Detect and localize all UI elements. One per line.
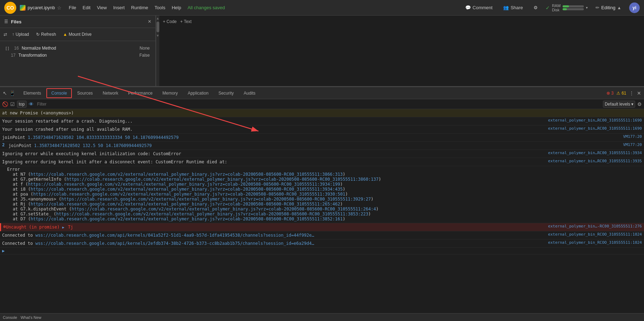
console-row-joinpoint-1: joinPoint 1.3587348471628502 104.8333333…: [0, 134, 644, 142]
scroll-thumb[interactable]: [156, 22, 159, 32]
tab-performance[interactable]: Performance: [124, 89, 157, 98]
upload-icon: ↑: [12, 32, 14, 37]
menu-tools[interactable]: Tools: [155, 5, 165, 10]
source-link-conn1[interactable]: external_polymer_bin_RCOO_310555511:1024: [548, 232, 642, 237]
stack-link-n7[interactable]: https://colab.research.google.com/v2/ext…: [31, 172, 343, 177]
menu-bar: File Edit View Insert Runtime Tools Help…: [69, 5, 225, 10]
stack-link-j5[interactable]: https://colab.research.google.com/v2/ext…: [61, 197, 371, 202]
tab-sources[interactable]: Sources: [73, 89, 97, 98]
stack-link-g7-kernel[interactable]: https://colab.research.google.com/v2/ext…: [67, 177, 378, 182]
menu-edit[interactable]: Edit: [82, 5, 90, 10]
stack-link-g7-dispatch[interactable]: https://colab.research.google.com/v2/ext…: [72, 207, 376, 212]
menu-runtime[interactable]: Runtime: [131, 5, 148, 10]
colab-logo[interactable]: CO: [4, 2, 16, 14]
tab-network[interactable]: Network: [98, 89, 123, 98]
console-row-connected-1: Connected to wss://colab.research.google…: [0, 231, 644, 240]
dropdown-arrow-icon[interactable]: ▾: [586, 6, 588, 10]
user-avatar[interactable]: yi: [629, 2, 640, 13]
chevron-up-icon[interactable]: ▲: [617, 5, 621, 10]
console-row-session-restart: Your session restarted after a crash. Di…: [0, 117, 644, 125]
comment-icon: 💬: [465, 5, 471, 10]
add-code-icon[interactable]: + Code: [163, 19, 177, 24]
devtools-tab-mobile[interactable]: 📱: [9, 90, 15, 96]
source-link[interactable]: external_polymer_bin…RC00_310555511:1690: [548, 118, 642, 123]
menu-file[interactable]: File: [69, 5, 76, 10]
levels-selector[interactable]: Default levels ▾: [603, 101, 635, 108]
notebook-title-area: pycaret.ipynb ☆: [20, 5, 62, 11]
filter-checkbox[interactable]: ☑: [10, 101, 15, 107]
collapse-expand-icon[interactable]: ⇄: [4, 32, 7, 37]
console-row-ignoring-kernel: Ignoring error while executing kernel in…: [0, 150, 644, 158]
notebook-name[interactable]: pycaret.ipynb: [28, 5, 55, 10]
main-notebook-area: + Code + Text: [159, 16, 644, 86]
upload-button[interactable]: ↑ Upload: [10, 31, 31, 38]
source-link-conn2[interactable]: external_polymer_bin_RCOO_310555511:1024: [548, 240, 642, 245]
disk-bar: [563, 8, 584, 10]
console-row-connected-2: Connected to wss://colab.research.google…: [0, 240, 644, 248]
tab-audits[interactable]: Audits: [239, 89, 260, 98]
expand-triangle[interactable]: ▶: [62, 225, 64, 229]
gear-icon: ⚙: [534, 5, 538, 10]
ram-bar: [563, 5, 584, 7]
refresh-button[interactable]: ↻ Refresh: [34, 31, 58, 38]
notebook-content: [ ] 16 Normalize Method None 17 Transfor…: [0, 41, 155, 86]
notebook-scrollbar[interactable]: ▲ ▼: [156, 16, 159, 86]
source-link-2[interactable]: external_polymer_bin…RC00_310555511:1690: [548, 126, 642, 131]
devtools-more-button[interactable]: ⋮: [629, 90, 634, 96]
stack-link-d7[interactable]: https://colab.research.google.com/v2/ext…: [31, 216, 343, 221]
drive-small-icon: ▲: [63, 32, 67, 37]
editing-area: ✏ Editing ▲: [593, 4, 624, 12]
star-icon[interactable]: ☆: [57, 5, 62, 11]
clear-console-button[interactable]: 🚫: [2, 101, 8, 107]
wss-link-1[interactable]: wss://colab.research.google.com/api/kern…: [35, 233, 314, 238]
settings-icon[interactable]: ⚙: [637, 101, 642, 107]
menu-insert[interactable]: Insert: [113, 5, 125, 10]
check-icon: ✓: [546, 5, 550, 11]
tab-security[interactable]: Security: [214, 89, 238, 98]
tab-elements[interactable]: Elements: [19, 89, 46, 98]
console-row-joinpoint-2: 2 joinPoint 1.3587348471628502 132.5 50 …: [0, 142, 644, 150]
stack-link-g7-state[interactable]: https://colab.research.google.com/v2/ext…: [56, 212, 368, 216]
console-output[interactable]: at new Promise (<anonymous>) Your sessio…: [0, 109, 644, 313]
filter-input[interactable]: [36, 101, 601, 108]
cell-17: 17 Transformation False: [4, 52, 152, 59]
tab-memory[interactable]: Memory: [158, 89, 182, 98]
source-link-6[interactable]: external_polymer_bin…RC00_310555511:3935: [548, 159, 642, 163]
wss-link-2[interactable]: wss://colab.research.google.com/api/kern…: [35, 241, 314, 246]
stack-link-f[interactable]: https://colab.research.google.com/v2/ext…: [28, 182, 340, 187]
bottom-tab-whats-new[interactable]: What's New: [21, 315, 41, 320]
menu-help[interactable]: Help: [172, 5, 181, 10]
stack-link-poa[interactable]: https://colab.research.google.com/v2/ext…: [33, 192, 345, 197]
devtools-panel: ↖ 📱 Elements Console Sources Network Per…: [0, 86, 644, 321]
source-link-uncaught[interactable]: external_polymer_bin…-RC00_310555511:276: [548, 224, 642, 229]
context-selector[interactable]: top: [17, 101, 27, 108]
devtools-close-button[interactable]: ✕: [637, 90, 641, 96]
sidebar-hamburger-icon[interactable]: ☰: [4, 19, 8, 24]
settings-button[interactable]: ⚙: [531, 4, 541, 12]
console-row-session-crash: Your session crashed after using all ava…: [0, 125, 644, 134]
menu-view[interactable]: View: [97, 5, 107, 10]
cell-16: [ ] 16 Normalize Method None: [4, 45, 152, 52]
source-link-3[interactable]: VM177:20: [623, 134, 642, 139]
tab-application[interactable]: Application: [183, 89, 213, 98]
drive-icon: [20, 5, 25, 11]
eye-icon[interactable]: 👁: [29, 101, 34, 107]
tab-console[interactable]: Console: [46, 88, 72, 98]
ram-disk-labels: RAM Disk: [552, 4, 560, 12]
console-row-ignoring-disconnect: Ignoring error during kernel init after …: [0, 158, 644, 166]
bottom-tab-console[interactable]: Console: [3, 315, 17, 320]
ram-disk-area[interactable]: ✓ RAM Disk ▾: [546, 4, 588, 12]
stack-link-i8[interactable]: https://colab.research.google.com/v2/ext…: [31, 187, 343, 192]
levels-chevron: ▾: [631, 102, 633, 107]
source-link-4[interactable]: VM177:20: [623, 142, 642, 147]
devtools-tab-cursor[interactable]: ↖: [3, 90, 7, 96]
source-link-5[interactable]: external_polymer_bin…RC00_310555511:3934: [548, 151, 642, 155]
share-button[interactable]: 👥 Share: [500, 4, 526, 12]
add-text-icon[interactable]: + Text: [180, 19, 192, 24]
mount-drive-button[interactable]: ▲ Mount Drive: [61, 31, 94, 38]
ram-bar-container: [563, 5, 584, 10]
all-changes-saved: All changes saved: [188, 5, 225, 10]
stack-link-rj[interactable]: https://colab.research.google.com/v2/ext…: [31, 202, 340, 207]
sidebar-close-button[interactable]: ×: [148, 18, 151, 25]
comment-button[interactable]: 💬 Comment: [462, 4, 495, 12]
